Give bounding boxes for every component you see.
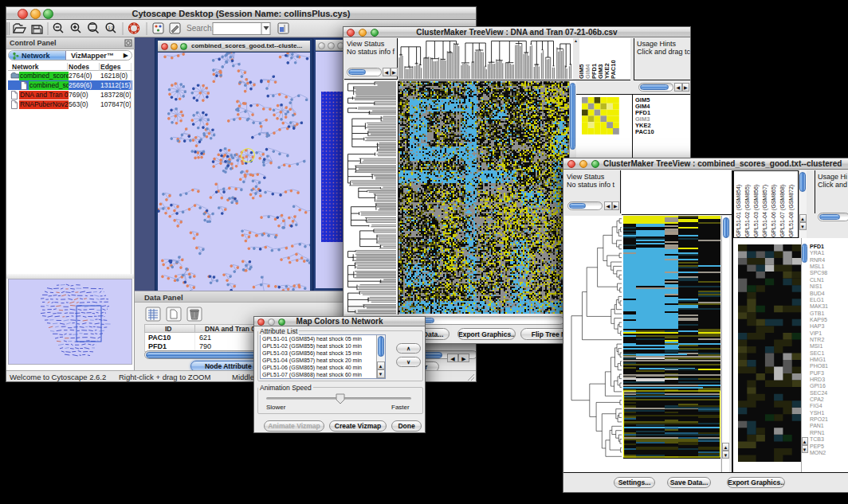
svg-text:GPL51-01 (GSM854): GPL51-01 (GSM854) [736, 185, 742, 237]
svg-text:Search:: Search: [186, 24, 214, 33]
svg-text:GPL51-04 (GSM857): GPL51-04 (GSM857) [762, 185, 768, 237]
svg-text:GPL51-03 (GSM856): GPL51-03 (GSM856) [753, 185, 760, 237]
svg-text:GPL51-06 (GSM865): GPL51-06 (GSM865) [771, 185, 777, 237]
svg-text:GPL51-07 (GSM868): GPL51-07 (GSM868) [779, 185, 786, 237]
svg-text:PAC10: PAC10 [610, 60, 617, 79]
svg-text:GPL51-02 (GSM855): GPL51-02 (GSM855) [744, 185, 751, 237]
svg-text:GPL51-08 (GSM872): GPL51-08 (GSM872) [788, 185, 795, 237]
svg-text:1:1: 1:1 [108, 25, 114, 30]
